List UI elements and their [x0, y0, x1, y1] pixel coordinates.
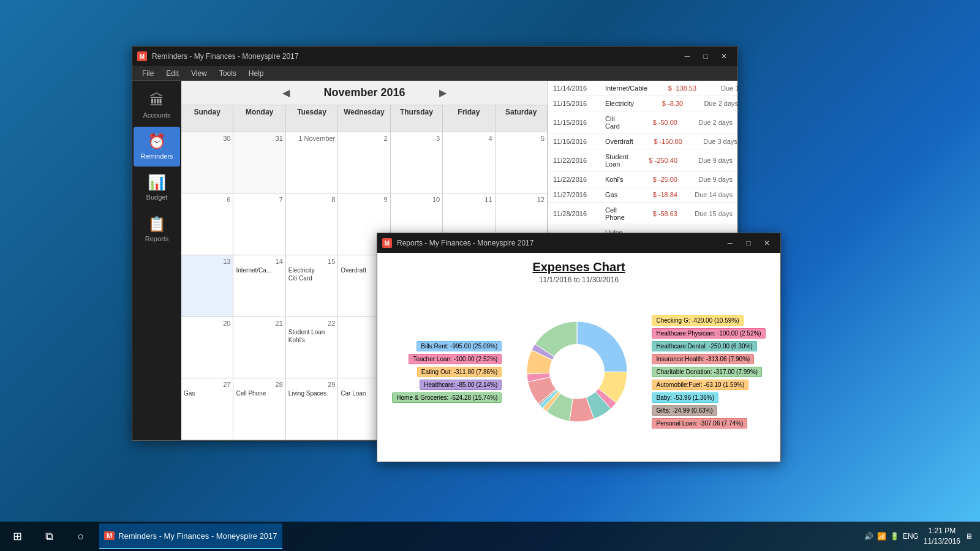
calendar-prev-button[interactable]: ◀: [279, 86, 293, 100]
cal-cell-nov20[interactable]: 20: [181, 317, 233, 379]
legend-baby: Baby: -53.96 (1.36%): [652, 392, 718, 403]
cal-cell-nov4[interactable]: 4: [443, 132, 495, 194]
chart-title: Expenses Chart: [532, 260, 625, 274]
cal-cell-nov21[interactable]: 21: [233, 317, 285, 379]
cal-cell-nov2[interactable]: 2: [338, 132, 390, 194]
cal-event-nov14: Internet/Ca...: [236, 266, 282, 274]
chart-area: Expenses Chart 11/1/2016 to 11/30/2016 B…: [377, 253, 780, 462]
maximize-button[interactable]: □: [697, 50, 714, 63]
legend-right: Checking G: -420.00 (10.59%) Healthcare:…: [652, 315, 765, 429]
menu-view[interactable]: View: [186, 68, 212, 79]
reports-window-title: Reports - My Finances - Moneyspire 2017: [397, 239, 717, 247]
reminder-row-3[interactable]: 11/16/2016 Overdraft $ -150.00 Due 3 day…: [548, 134, 737, 149]
cal-cell-nov15[interactable]: 15 Electricity Citi Card: [286, 255, 338, 317]
legend-physician: Healthcare:Physician: -100.00 (2.52%): [652, 328, 765, 339]
task-view-button[interactable]: ⧉: [34, 522, 64, 551]
cal-event-nov29: Living Spaces: [288, 389, 335, 397]
day-header-thu: Thursday: [391, 105, 443, 132]
legend-left: Bills:Rent: -995.00 (25.09%) Teacher Loa…: [392, 341, 502, 403]
cal-cell-nov8[interactable]: 8: [286, 193, 338, 255]
day-header-sat: Saturday: [496, 105, 548, 132]
cal-cell-nov27[interactable]: 27 Gas: [181, 378, 233, 440]
reports-minimize-button[interactable]: ─: [722, 236, 739, 250]
day-header-sun: Sunday: [181, 105, 233, 132]
cal-event-nov22a: Student Loan: [288, 328, 335, 336]
calendar-header: ◀ November 2016 ▶: [181, 81, 548, 105]
sidebar-item-reminders[interactable]: ⏰ Reminders: [134, 127, 180, 167]
chart-subtitle: 11/1/2016 to 11/30/2016: [539, 276, 619, 284]
start-button[interactable]: ⊞: [2, 522, 32, 551]
reports-maximize-button[interactable]: □: [740, 236, 757, 250]
legend-personal: Personal Loan: -307.06 (7.74%): [652, 418, 747, 429]
day-header-tue: Tuesday: [286, 105, 338, 132]
reminder-row-4[interactable]: 11/22/2016 Student Loan $ -250.40 Due 9 …: [548, 149, 737, 172]
reminder-row-6[interactable]: 11/27/2016 Gas $ -18.84 Due 14 days: [548, 187, 737, 203]
minimize-button[interactable]: ─: [679, 50, 696, 63]
legend-dental: Healthcare:Dental: -250.00 (6.30%): [652, 341, 756, 351]
budget-label: Budget: [146, 193, 168, 201]
reports-titlebar: M Reports - My Finances - Moneyspire 201…: [377, 233, 780, 253]
window-controls: ─ □ ✕: [679, 50, 733, 63]
cal-cell-nov7[interactable]: 7: [233, 193, 285, 255]
day-header-wed: Wednesday: [338, 105, 390, 132]
cal-cell-oct30[interactable]: 30: [181, 132, 233, 194]
reminder-row-0[interactable]: 11/14/2016 Internet/Cable $ -138.53 Due …: [548, 81, 737, 96]
cal-cell-nov5[interactable]: 5: [496, 132, 548, 194]
cal-cell-nov13[interactable]: 13: [181, 255, 233, 317]
reports-window: M Reports - My Finances - Moneyspire 201…: [377, 233, 781, 462]
menu-help[interactable]: Help: [244, 68, 269, 79]
accounts-label: Accounts: [143, 111, 170, 119]
menubar: File Edit View Tools Help: [132, 66, 737, 81]
cal-cell-nov3[interactable]: 3: [391, 132, 443, 194]
legend-rent: Bills:Rent: -995.00 (25.09%): [417, 341, 502, 351]
cal-cell-nov14[interactable]: 14 Internet/Ca...: [233, 255, 285, 317]
app-logo: M: [137, 51, 147, 61]
reports-label: Reports: [145, 235, 169, 243]
cal-cell-nov22[interactable]: 22 Student Loan Kohl's: [286, 317, 338, 379]
main-titlebar: M Reminders - My Finances - Moneyspire 2…: [132, 47, 737, 66]
day-header-fri: Friday: [443, 105, 495, 132]
reports-icon: 📋: [148, 216, 166, 233]
system-tray: 🔊 📶 🔋 ENG: [864, 532, 919, 541]
reports-window-controls: ─ □ ✕: [722, 236, 775, 250]
reminder-row-2[interactable]: 11/15/2016 Citi Card $ -50.00 Due 2 days: [548, 111, 737, 134]
menu-tools[interactable]: Tools: [214, 68, 241, 79]
menu-file[interactable]: File: [137, 68, 159, 79]
legend-eating: Eating Out: -311.80 (7.86%): [417, 367, 502, 377]
chart-body: Bills:Rent: -995.00 (25.09%) Teacher Loa…: [385, 289, 773, 454]
cal-cell-nov29[interactable]: 29 Living Spaces: [286, 378, 338, 440]
cal-cell-oct31[interactable]: 31: [233, 132, 285, 194]
reminders-label: Reminders: [140, 152, 173, 160]
cal-event-nov15a: Electricity: [288, 266, 335, 274]
legend-healthcare-gen: Healthcare: -85.00 (2.14%): [420, 380, 502, 390]
legend-gifts: Gifts: -24.99 (0.63%): [652, 405, 717, 416]
cortana-button[interactable]: ○: [66, 522, 96, 551]
app-taskbar-label: Reminders - My Finances - Moneyspire 201…: [118, 531, 277, 541]
budget-icon: 📊: [148, 174, 166, 191]
reports-close-button[interactable]: ✕: [758, 236, 775, 250]
calendar-next-button[interactable]: ▶: [435, 86, 450, 100]
sidebar-item-accounts[interactable]: 🏛 Accounts: [134, 86, 180, 126]
cal-cell-nov28[interactable]: 28 Cell Phone: [233, 378, 285, 440]
reports-app-icon: M: [382, 238, 392, 248]
accounts-icon: 🏛: [149, 92, 164, 109]
reminder-row-5[interactable]: 11/22/2016 Kohl's $ -25.00 Due 9 days: [548, 172, 737, 187]
cal-event-nov28: Cell Phone: [236, 389, 282, 397]
calendar-title: November 2016: [303, 86, 426, 99]
sidebar-item-budget[interactable]: 📊 Budget: [134, 168, 180, 208]
sidebar-item-reports[interactable]: 📋 Reports: [134, 209, 180, 249]
day-header-mon: Monday: [233, 105, 285, 132]
cal-event-nov22b: Kohl's: [288, 336, 335, 344]
legend-automobile: Automobile:Fuel: -63.10 (1.59%): [652, 380, 748, 390]
reminder-row-7[interactable]: 11/28/2016 Cell Phone $ -58.63 Due 15 da…: [548, 203, 737, 225]
legend-insurance: Insurance:Health: -313.06 (7.90%): [652, 354, 754, 364]
donut-svg: [522, 317, 632, 427]
reminder-row-1[interactable]: 11/15/2016 Electricity $ -8.30 Due 2 day…: [548, 96, 737, 111]
taskbar-lang: ENG: [903, 532, 919, 541]
cal-cell-nov6[interactable]: 6: [181, 193, 233, 255]
close-button[interactable]: ✕: [715, 50, 733, 63]
cal-cell-nov1[interactable]: 1 November: [286, 132, 338, 194]
menu-edit[interactable]: Edit: [161, 68, 184, 79]
app-taskbar-button[interactable]: M Reminders - My Finances - Moneyspire 2…: [99, 523, 282, 549]
sidebar: 🏛 Accounts ⏰ Reminders 📊 Budget 📋 Report…: [132, 81, 181, 440]
